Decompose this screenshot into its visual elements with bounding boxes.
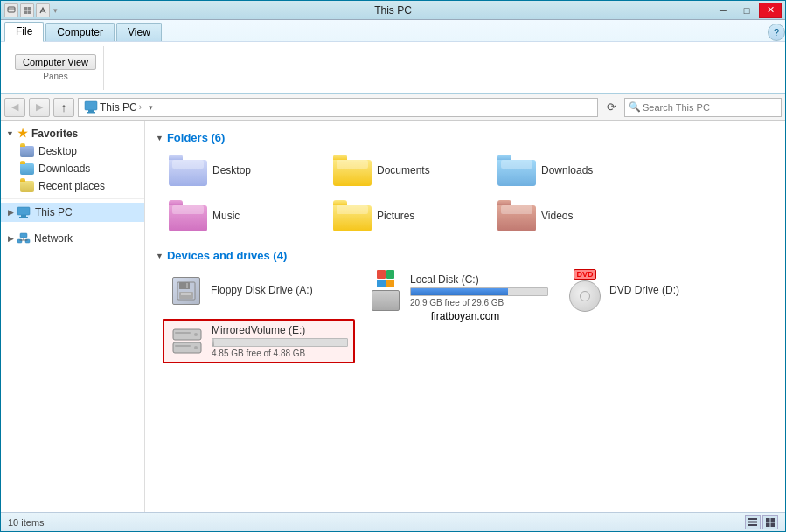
hdd-body-icon (372, 290, 400, 311)
path-pc-icon (84, 100, 98, 114)
sidebar-item-downloads[interactable]: Downloads (1, 160, 144, 177)
refresh-button[interactable]: ⟳ (602, 98, 621, 117)
up-button[interactable]: ↑ (53, 98, 74, 117)
folder-videos[interactable]: Videos (491, 197, 649, 235)
device-mirrored[interactable]: MirroredVolume (E:) 4.85 GB free of 4.88… (163, 319, 355, 363)
sidebar-item-recent[interactable]: Recent places (1, 177, 144, 195)
winlogo-green (386, 270, 395, 279)
folder-music[interactable]: Music (163, 197, 320, 235)
device-localc[interactable]: Local Disk (C:) 20.9 GB free of 29.6 GB (362, 269, 554, 312)
svg-rect-30 (748, 518, 757, 520)
devices-arrow-icon: ▼ (156, 252, 163, 260)
favorites-arrow: ▼ (6, 129, 14, 138)
network-section: ▶ Network (1, 229, 144, 248)
svg-rect-35 (766, 522, 770, 527)
view-details-button[interactable] (745, 515, 761, 529)
addr-dropdown-btn[interactable]: ▾ (143, 103, 157, 112)
documents-folder-label: Documents (377, 164, 430, 176)
network-label: Network (34, 232, 73, 245)
localc-icon-area (368, 275, 403, 307)
music-folder-label: Music (212, 210, 240, 222)
ribbon-tabs: File Computer View ? (1, 20, 785, 41)
favorites-header[interactable]: ▼ ★ Favorites (1, 124, 144, 142)
mirrored-space: 4.85 GB free of 4.88 GB (212, 349, 348, 358)
main-area: ▼ ★ Favorites Desktop Downloads (1, 121, 785, 512)
sidebar-downloads-label: Downloads (38, 162, 90, 175)
folders-section-header[interactable]: ▼ Folders (6) (156, 131, 775, 144)
desktop-folder-icon (169, 155, 207, 186)
svg-point-25 (194, 333, 198, 336)
maximize-button[interactable]: □ (735, 3, 758, 18)
svg-rect-2 (24, 7, 27, 10)
thispc-expand-icon: ▶ (8, 208, 14, 217)
dvd-icon-area: DVD (567, 275, 602, 307)
devices-section-header[interactable]: ▼ Devices and drives (4) (156, 249, 775, 262)
folders-label: Folders (6) (167, 131, 225, 144)
status-count: 10 items (8, 517, 45, 528)
folders-arrow-icon: ▼ (156, 134, 163, 142)
folder-desktop[interactable]: Desktop (163, 151, 320, 190)
device-floppy[interactable]: Floppy Disk Drive (A:) (163, 269, 355, 312)
device-dvd[interactable]: DVD DVD Drive (D:) (561, 269, 754, 312)
localc-info: Local Disk (C:) 20.9 GB free of 29.6 GB (410, 273, 548, 307)
path-separator: › (139, 102, 142, 112)
folder-downloads[interactable]: Downloads (491, 151, 649, 190)
mirrored-drive-icon (171, 328, 203, 356)
sidebar-recent-label: Recent places (38, 180, 105, 192)
mirrored-icon-area (170, 326, 205, 357)
floppy-info: Floppy Disk Drive (A:) (211, 284, 349, 298)
ribbon-content: Computer View Panes (1, 41, 785, 93)
forward-button[interactable]: ▶ (29, 98, 50, 117)
dvd-label: DVD Drive (D:) (609, 284, 748, 296)
folder-documents[interactable]: Documents (327, 151, 484, 190)
folder-pictures[interactable]: Pictures (327, 197, 484, 235)
favorites-star-icon: ★ (17, 127, 28, 140)
sidebar-item-desktop[interactable]: Desktop (1, 142, 144, 160)
title-bar: ▾ This PC ─ □ ✕ (1, 1, 785, 20)
svg-rect-12 (19, 217, 28, 218)
svg-rect-9 (87, 112, 95, 114)
tab-view[interactable]: View (116, 23, 162, 41)
address-path[interactable]: This PC › ▾ (78, 98, 598, 117)
downloads-folder-icon (497, 155, 536, 186)
ribbon: File Computer View ? Computer View Panes (1, 20, 785, 94)
svg-rect-34 (771, 518, 776, 522)
qat-icon1[interactable] (4, 3, 18, 17)
localc-progress-fill (411, 288, 508, 295)
ribbon-view-btn[interactable]: Computer View (15, 54, 96, 70)
devices-grid: Floppy Disk Drive (A:) (156, 269, 775, 363)
search-input[interactable] (643, 102, 777, 113)
floppy-icon-area (169, 275, 204, 307)
favorites-section: ▼ ★ Favorites Desktop Downloads (1, 124, 144, 195)
windows-logo-icon (377, 270, 394, 287)
window-title: This PC (374, 4, 412, 17)
qat-icon3[interactable] (36, 3, 50, 17)
svg-rect-8 (88, 110, 94, 112)
mirrored-info: MirroredVolume (E:) 4.85 GB free of 4.88… (212, 324, 348, 358)
sidebar-item-thispc[interactable]: ▶ This PC (1, 203, 144, 222)
floppy-drive-icon (172, 277, 200, 305)
qat-icon2[interactable] (20, 3, 34, 17)
devices-label: Devices and drives (4) (167, 249, 287, 262)
view-large-button[interactable] (762, 515, 778, 529)
svg-rect-21 (186, 283, 188, 288)
winlogo-yellow (386, 280, 395, 288)
tab-file[interactable]: File (4, 22, 44, 42)
help-button[interactable]: ? (768, 24, 785, 41)
close-button[interactable]: ✕ (759, 3, 782, 18)
mirrored-progress-fill (212, 339, 214, 346)
svg-point-28 (194, 346, 198, 349)
qat-chevron[interactable]: ▾ (52, 3, 59, 17)
address-bar: ◀ ▶ ↑ This PC › ▾ ⟳ 🔍 (1, 94, 785, 121)
thispc-label: This PC (35, 206, 73, 218)
status-bar: 10 items (1, 512, 785, 531)
tab-computer[interactable]: Computer (45, 23, 115, 41)
view-buttons (745, 515, 778, 529)
sidebar-item-network[interactable]: ▶ Network (1, 229, 144, 248)
back-button[interactable]: ◀ (4, 98, 25, 117)
svg-rect-4 (24, 10, 27, 14)
minimize-button[interactable]: ─ (712, 3, 734, 18)
network-expand-icon: ▶ (8, 234, 14, 243)
svg-rect-3 (28, 7, 31, 10)
recent-icon (20, 179, 34, 193)
